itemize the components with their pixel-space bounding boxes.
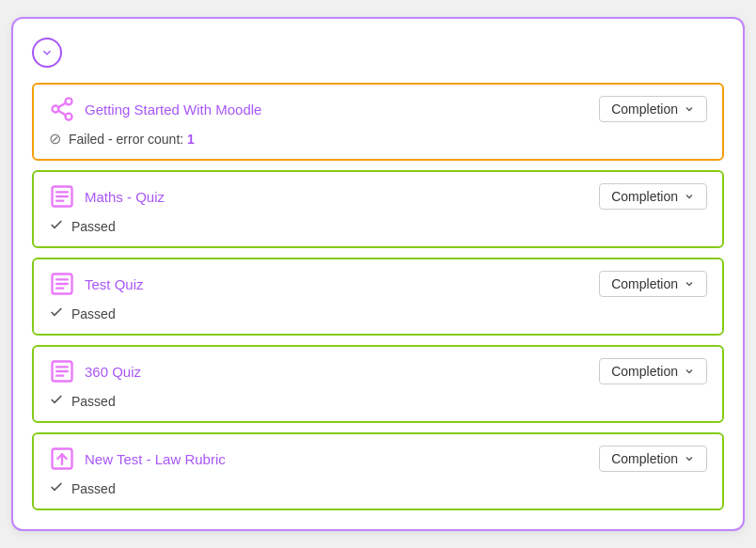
status-row: Passed	[49, 217, 707, 235]
completion-button[interactable]: Completion	[599, 358, 707, 384]
chevron-down-icon	[684, 191, 695, 202]
chevron-down-icon	[684, 103, 695, 115]
activity-row: Getting Started With Moodle Completion	[49, 96, 707, 122]
completion-label: Completion	[611, 276, 678, 291]
collapse-button[interactable]	[32, 38, 62, 68]
activity-left: 360 Quiz	[49, 358, 141, 384]
status-text: Passed	[71, 306, 116, 321]
activity-left: Test Quiz	[49, 271, 144, 297]
status-text: Failed - error count: 1	[69, 132, 195, 147]
activity-name[interactable]: New Test - Law Rubric	[85, 451, 226, 467]
status-text: Passed	[71, 394, 116, 409]
completion-label: Completion	[611, 451, 678, 466]
status-row: Passed	[49, 305, 707, 322]
error-count: 1	[187, 132, 195, 147]
activity-row: 360 Quiz Completion	[49, 358, 707, 384]
status-text: Passed	[71, 481, 116, 496]
activity-item-maths-quiz: Maths - Quiz Completion Passed	[32, 170, 724, 248]
main-card: Getting Started With Moodle Completion ⊘…	[11, 17, 745, 531]
completion-button[interactable]: Completion	[599, 446, 707, 472]
activity-left: New Test - Law Rubric	[49, 446, 226, 472]
activity-list: Getting Started With Moodle Completion ⊘…	[32, 83, 724, 510]
activity-row: Test Quiz Completion	[49, 271, 707, 297]
activity-left: Getting Started With Moodle	[49, 96, 261, 122]
activity-item-test-quiz: Test Quiz Completion Passed	[32, 258, 724, 336]
activity-name[interactable]: 360 Quiz	[85, 364, 141, 380]
status-row: Passed	[49, 479, 707, 497]
blocked-icon: ⊘	[49, 130, 61, 148]
upload-icon	[49, 446, 75, 472]
completion-label: Completion	[611, 102, 678, 117]
checkmark-icon	[49, 392, 64, 410]
network-icon	[49, 96, 75, 122]
completion-button[interactable]: Completion	[599, 183, 707, 210]
completion-button[interactable]: Completion	[599, 96, 707, 122]
activity-item-360-quiz: 360 Quiz Completion Passed	[32, 345, 724, 423]
svg-line-4	[58, 103, 66, 108]
completion-button[interactable]: Completion	[599, 271, 707, 297]
checkmark-icon	[49, 217, 64, 235]
activity-row: Maths - Quiz Completion	[49, 183, 707, 210]
activity-item-getting-started: Getting Started With Moodle Completion ⊘…	[32, 83, 724, 161]
activity-row: New Test - Law Rubric Completion	[49, 446, 707, 472]
chevron-down-icon	[684, 366, 695, 377]
chevron-down-icon	[684, 453, 695, 464]
completion-label: Completion	[611, 364, 678, 379]
status-text: Passed	[71, 219, 116, 234]
chevron-down-icon	[40, 46, 54, 59]
checkmark-icon	[49, 305, 64, 322]
quiz-icon	[49, 358, 75, 384]
svg-line-3	[58, 111, 66, 116]
checkmark-icon	[49, 479, 64, 497]
status-row: Passed	[49, 392, 707, 410]
chevron-down-icon	[684, 278, 695, 290]
card-header	[32, 38, 724, 68]
quiz-icon	[49, 271, 75, 297]
status-row: ⊘ Failed - error count: 1	[49, 130, 707, 148]
quiz-icon	[49, 183, 75, 210]
activity-left: Maths - Quiz	[49, 183, 165, 210]
activity-name[interactable]: Maths - Quiz	[85, 189, 165, 205]
activity-name[interactable]: Test Quiz	[85, 276, 144, 292]
activity-name[interactable]: Getting Started With Moodle	[85, 102, 261, 117]
completion-label: Completion	[611, 189, 678, 204]
activity-item-new-test-law: New Test - Law Rubric Completion Passed	[32, 432, 724, 510]
